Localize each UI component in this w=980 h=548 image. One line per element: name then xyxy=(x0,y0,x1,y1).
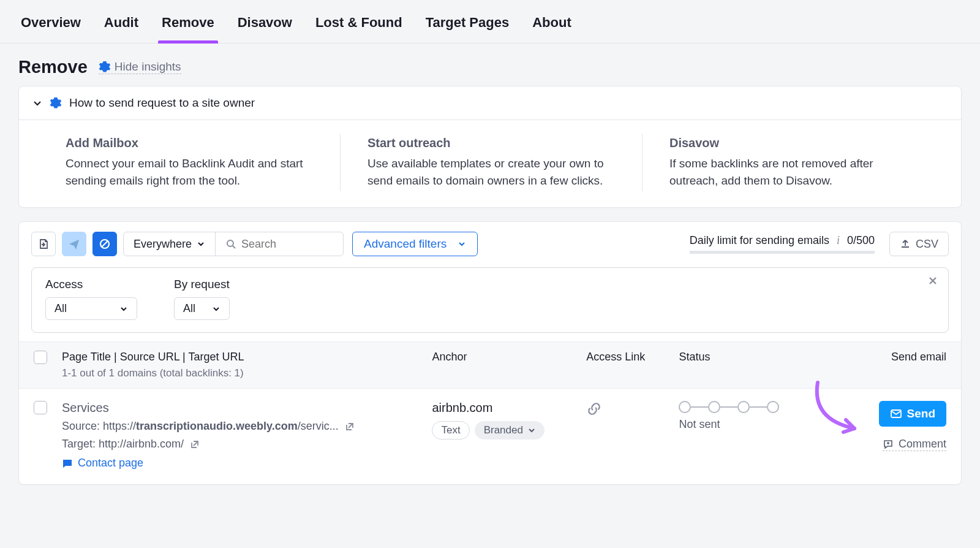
external-link-icon[interactable] xyxy=(190,440,200,449)
main-card: Everywhere Advanced filters Daily limit … xyxy=(18,221,962,485)
mail-icon xyxy=(890,408,902,420)
anchor-tag-text: Text xyxy=(432,421,469,440)
chevron-down-icon xyxy=(197,240,205,248)
svg-line-3 xyxy=(233,246,235,248)
tab-disavow[interactable]: Disavow xyxy=(234,10,296,43)
insights-card: How to send request to a site owner Add … xyxy=(18,86,962,208)
limit-label: Daily limit for sending emails xyxy=(690,234,829,247)
comment-link[interactable]: Comment xyxy=(883,438,946,451)
chevron-down-icon xyxy=(212,305,221,313)
row-target: Target: http://airbnb.com/ xyxy=(62,438,432,451)
anchor-tag-branded[interactable]: Branded xyxy=(475,421,545,440)
chat-icon xyxy=(62,458,73,469)
prohibit-icon-button[interactable] xyxy=(92,232,117,256)
row-checkbox[interactable] xyxy=(34,401,47,414)
svg-line-1 xyxy=(102,241,108,247)
chain-link-icon[interactable] xyxy=(586,401,679,417)
search-input[interactable] xyxy=(241,238,333,251)
send-plane-icon-button[interactable] xyxy=(62,232,86,256)
contact-label: Contact page xyxy=(78,457,143,470)
table-header: Page Title | Source URL | Target URL 1-1… xyxy=(19,341,961,389)
col-access-label: Access Link xyxy=(586,351,679,363)
source-domain: transcriptionaudio.weebly.com xyxy=(136,420,298,432)
filter-byrequest-select[interactable]: All xyxy=(174,297,230,320)
filter-access-select[interactable]: All xyxy=(45,297,137,320)
source-proto: https:// xyxy=(103,420,136,432)
send-button[interactable]: Send xyxy=(879,401,946,427)
status-label: Not sent xyxy=(679,418,853,431)
page-title: Remove xyxy=(18,57,88,77)
gear-icon xyxy=(50,97,62,109)
filter-access-label: Access xyxy=(45,278,137,291)
csv-label: CSV xyxy=(916,238,938,251)
contact-page-link[interactable]: Contact page xyxy=(62,457,432,470)
toolbar: Everywhere Advanced filters Daily limit … xyxy=(19,222,961,264)
search-icon xyxy=(225,238,236,249)
external-link-icon[interactable] xyxy=(345,422,355,432)
advanced-filters-button[interactable]: Advanced filters xyxy=(352,232,478,256)
comment-label: Comment xyxy=(899,438,946,451)
insights-header[interactable]: How to send request to a site owner xyxy=(19,86,961,120)
col-page-label: Page Title | Source URL | Target URL xyxy=(62,351,432,363)
gear-icon xyxy=(99,61,111,73)
insights-col-title: Add Mailbox xyxy=(66,136,313,150)
scope-dropdown[interactable]: Everywhere xyxy=(124,232,215,256)
insights-heading: How to send request to a site owner xyxy=(69,96,255,110)
tab-audit[interactable]: Audit xyxy=(100,10,142,43)
advanced-filters-label: Advanced filters xyxy=(364,237,447,251)
insights-col-text: Connect your email to Backlink Audit and… xyxy=(66,155,313,189)
chevron-down-icon xyxy=(32,98,42,108)
insights-col-text: If some backlinks are not removed after … xyxy=(669,155,917,189)
col-anchor-label: Anchor xyxy=(432,351,586,363)
export-csv-button[interactable]: CSV xyxy=(889,232,949,256)
anchor-text: airbnb.com xyxy=(432,401,586,415)
target-url: http://airbnb.com/ xyxy=(99,438,184,450)
anchor-branded-label: Branded xyxy=(484,424,523,436)
tab-target-pages[interactable]: Target Pages xyxy=(422,10,513,43)
hide-insights-label: Hide insights xyxy=(115,60,181,74)
info-icon[interactable]: i xyxy=(837,234,840,247)
svg-point-2 xyxy=(227,240,233,246)
select-all-checkbox[interactable] xyxy=(34,351,47,364)
table-subhead: 1-1 out of 1 domains (total backlinks: 1… xyxy=(62,367,432,379)
chevron-down-icon xyxy=(528,427,535,434)
source-prefix: Source: xyxy=(62,420,103,432)
tab-lost-found[interactable]: Lost & Found xyxy=(312,10,406,43)
tab-remove[interactable]: Remove xyxy=(158,10,218,43)
table-row: Services Source: https://transcriptionau… xyxy=(19,389,961,484)
search-box[interactable] xyxy=(215,232,343,256)
insights-col-outreach: Start outreach Use available templates o… xyxy=(340,134,642,191)
filter-byrequest-label: By request xyxy=(174,278,230,291)
filter-byrequest-value: All xyxy=(183,302,195,315)
top-nav: Overview Audit Remove Disavow Lost & Fou… xyxy=(0,0,980,44)
chevron-down-icon xyxy=(458,240,466,248)
filter-byrequest: By request All xyxy=(174,278,230,320)
insights-col-title: Disavow xyxy=(669,136,917,150)
filter-access-value: All xyxy=(55,302,67,315)
target-prefix: Target: xyxy=(62,438,99,450)
upload-icon xyxy=(900,238,911,249)
chevron-down-icon xyxy=(119,305,128,313)
page-header: Remove Hide insights xyxy=(0,44,980,86)
col-send-label: Send email xyxy=(854,351,946,363)
limit-value: 0/500 xyxy=(847,234,875,247)
hide-insights-toggle[interactable]: Hide insights xyxy=(99,60,181,74)
filter-access: Access All xyxy=(45,278,137,320)
insights-columns: Add Mailbox Connect your email to Backli… xyxy=(19,120,961,207)
tab-about[interactable]: About xyxy=(529,10,575,43)
scope-search-segment: Everywhere xyxy=(123,232,344,256)
source-path: /servic... xyxy=(298,420,339,432)
tab-overview[interactable]: Overview xyxy=(17,10,85,43)
insights-col-text: Use available templates or create your o… xyxy=(368,155,615,189)
insights-col-mailbox: Add Mailbox Connect your email to Backli… xyxy=(36,134,340,191)
export-icon-button[interactable] xyxy=(31,232,56,256)
daily-limit: Daily limit for sending emails i 0/500 xyxy=(690,234,875,254)
status-progress xyxy=(679,401,853,413)
insights-col-title: Start outreach xyxy=(368,136,615,150)
row-title: Services xyxy=(62,401,432,415)
insights-col-disavow: Disavow If some backlinks are not remove… xyxy=(642,134,944,191)
close-filters-button[interactable] xyxy=(927,275,938,286)
scope-label: Everywhere xyxy=(134,238,192,251)
send-label: Send xyxy=(907,407,935,421)
comment-icon xyxy=(883,439,894,450)
